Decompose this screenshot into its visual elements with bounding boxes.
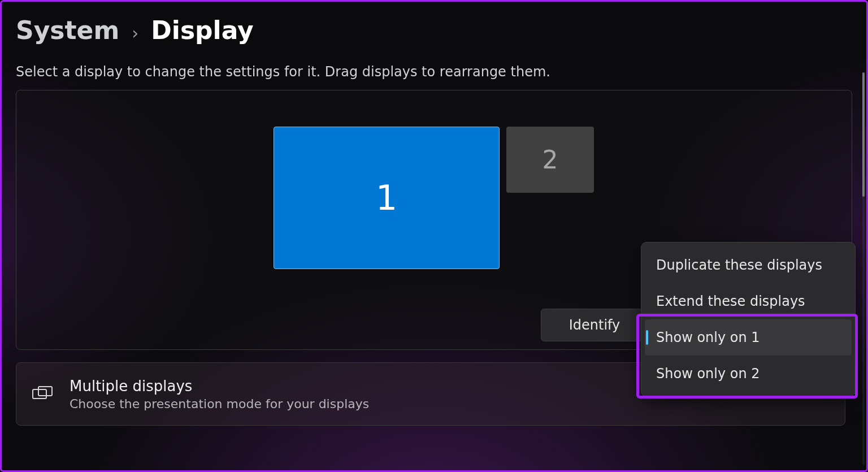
multiple-displays-icon	[31, 386, 54, 402]
identify-button[interactable]: Identify	[541, 309, 648, 341]
page-title: Display	[151, 16, 253, 45]
menu-item-duplicate[interactable]: Duplicate these displays	[645, 247, 852, 283]
breadcrumb: System › Display	[16, 16, 852, 45]
helper-text: Select a display to change the settings …	[16, 64, 852, 80]
svg-rect-1	[38, 387, 52, 396]
menu-item-extend[interactable]: Extend these displays	[645, 283, 852, 319]
monitor-2-label: 2	[542, 145, 558, 174]
projection-mode-menu: Duplicate these displays Extend these di…	[641, 242, 856, 397]
menu-item-show-only-1[interactable]: Show only on 1	[645, 319, 852, 356]
monitor-2[interactable]: 2	[506, 127, 594, 193]
menu-item-show-only-2[interactable]: Show only on 2	[645, 356, 852, 392]
multiple-displays-subtitle: Choose the presentation mode for your di…	[70, 397, 794, 411]
breadcrumb-parent[interactable]: System	[16, 16, 119, 45]
display-settings-page: System › Display Select a display to cha…	[0, 0, 868, 472]
monitor-1-label: 1	[376, 178, 397, 218]
monitor-1[interactable]: 1	[274, 127, 500, 269]
identify-button-label: Identify	[569, 317, 620, 333]
chevron-right-icon: ›	[132, 23, 138, 43]
svg-rect-0	[33, 389, 46, 399]
